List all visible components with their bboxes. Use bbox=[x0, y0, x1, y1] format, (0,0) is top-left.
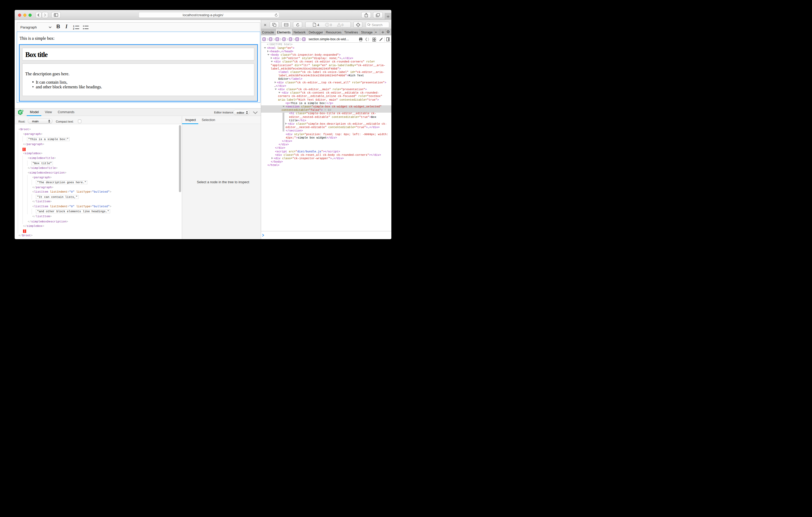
svg-text:5: 5 bbox=[22, 110, 23, 112]
svg-text:2: 2 bbox=[73, 27, 74, 30]
svg-text:1: 1 bbox=[73, 25, 74, 27]
